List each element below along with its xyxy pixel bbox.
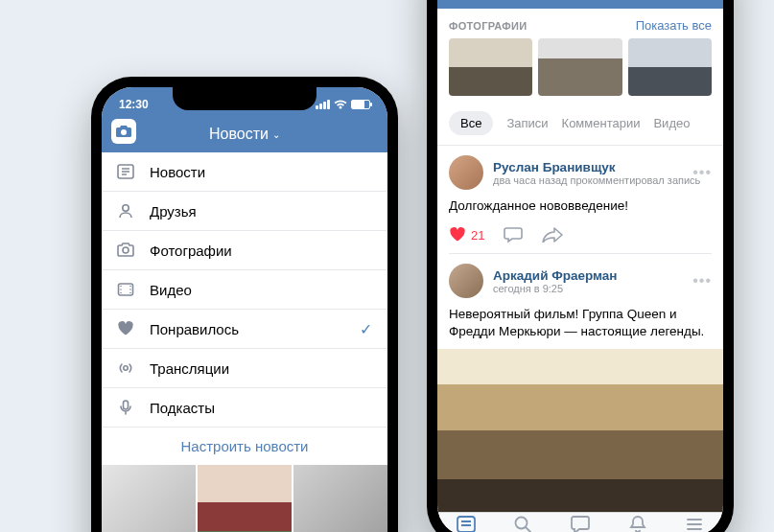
- feed-post: Руслан Бранивщук два часа назад прокомме…: [437, 146, 723, 254]
- svg-point-13: [124, 366, 128, 370]
- filter-all[interactable]: Все: [449, 111, 493, 135]
- tab-news[interactable]: [455, 513, 478, 532]
- battery-icon: [351, 100, 370, 109]
- dropdown-menu: Новости Друзья Фотографии Видео Понравил…: [102, 152, 387, 465]
- feed-post: Аркадий Фраерман сегодня в 9:25 ••• Неве…: [437, 254, 723, 511]
- broadcast-icon: [115, 358, 136, 379]
- menu-item-label: Трансляции: [150, 360, 229, 377]
- photo-grid: [102, 465, 387, 532]
- post-more-icon[interactable]: •••: [692, 164, 712, 181]
- svg-point-8: [120, 289, 122, 290]
- video-icon: [115, 279, 136, 300]
- check-icon: ✓: [360, 320, 372, 338]
- filter-bar: Все Записи Комментарии Видео: [437, 105, 723, 146]
- phone-frame-right: . Понравилось ⌄ ФОТОГРАФИИ Показать все …: [427, 0, 734, 532]
- menu-item-news[interactable]: Новости: [102, 152, 387, 192]
- photos-section-header: ФОТОГРАФИИ Показать все: [437, 9, 723, 38]
- tab-messages[interactable]: [569, 513, 592, 532]
- header-title-dropdown[interactable]: Новости ⌄: [209, 126, 280, 143]
- like-button[interactable]: 21: [449, 227, 484, 243]
- photo-cell[interactable]: [198, 465, 292, 532]
- menu-item-podcasts[interactable]: Подкасты: [102, 388, 387, 428]
- phone-frame-left: 12:30 Новости ⌄ Новости: [91, 77, 398, 532]
- post-actions: 21: [449, 222, 712, 254]
- header-title-text: Новости: [209, 126, 269, 143]
- svg-rect-15: [457, 517, 475, 532]
- svg-point-5: [123, 247, 129, 253]
- camera-button[interactable]: [111, 119, 136, 144]
- photos-section-label: ФОТОГРАФИИ: [449, 20, 527, 32]
- svg-point-12: [129, 292, 131, 294]
- post-time: сегодня в 9:25: [493, 283, 618, 294]
- tab-menu[interactable]: [683, 513, 706, 532]
- tab-search[interactable]: [511, 513, 534, 532]
- svg-point-7: [120, 286, 122, 288]
- status-icons: [316, 100, 370, 109]
- camera-icon: [115, 240, 136, 261]
- photo-strip[interactable]: [437, 38, 723, 105]
- comment-icon[interactable]: [504, 226, 523, 243]
- filter-posts[interactable]: Записи: [506, 116, 548, 130]
- camera-icon: [116, 125, 131, 138]
- svg-point-4: [123, 205, 129, 211]
- nav-header: . Понравилось ⌄: [437, 0, 723, 9]
- heart-icon: [115, 318, 136, 339]
- heart-icon: [449, 227, 466, 243]
- menu-item-broadcasts[interactable]: Трансляции: [102, 349, 387, 388]
- photo-cell[interactable]: [102, 465, 196, 532]
- newsfeed-icon: [115, 161, 136, 182]
- wifi-icon: [334, 100, 347, 109]
- avatar[interactable]: [449, 264, 483, 298]
- photo-thumb[interactable]: [449, 38, 532, 96]
- svg-line-19: [526, 527, 530, 532]
- menu-item-label: Понравилось: [150, 321, 239, 337]
- like-count: 21: [471, 228, 484, 243]
- menu-item-friends[interactable]: Друзья: [102, 192, 387, 231]
- podcast-icon: [115, 397, 136, 418]
- notch: [173, 87, 317, 110]
- svg-point-11: [129, 289, 131, 290]
- post-author[interactable]: Руслан Бранивщук: [493, 160, 700, 174]
- photo-thumb[interactable]: [628, 38, 712, 96]
- menu-item-label: Видео: [150, 282, 192, 298]
- menu-item-label: Подкасты: [150, 400, 215, 416]
- svg-point-10: [129, 286, 131, 288]
- menu-item-label: Новости: [150, 164, 205, 180]
- post-media[interactable]: [437, 349, 723, 512]
- chevron-down-icon: ⌄: [272, 129, 280, 140]
- post-time: два часа назад прокомментировал запись: [493, 174, 700, 186]
- show-all-link[interactable]: Показать все: [636, 18, 712, 33]
- post-author[interactable]: Аркадий Фраерман: [493, 268, 618, 283]
- menu-item-liked[interactable]: Понравилось ✓: [102, 310, 387, 349]
- menu-settings-link[interactable]: Настроить новости: [102, 428, 387, 465]
- svg-rect-14: [124, 401, 129, 409]
- menu-item-photos[interactable]: Фотографии: [102, 231, 387, 270]
- menu-item-label: Друзья: [150, 203, 197, 220]
- avatar[interactable]: [449, 155, 483, 190]
- share-icon[interactable]: [542, 227, 563, 243]
- screen-right: . Понравилось ⌄ ФОТОГРАФИИ Показать все …: [437, 0, 723, 532]
- menu-item-video[interactable]: Видео: [102, 270, 387, 310]
- post-text: Невероятный фильм! Группа Queen и Фредди…: [449, 298, 712, 348]
- menu-item-label: Фотографии: [150, 243, 232, 259]
- photo-cell[interactable]: [293, 465, 387, 532]
- menu-settings-label: Настроить новости: [181, 438, 309, 454]
- svg-point-9: [120, 292, 122, 294]
- filter-comments[interactable]: Комментарии: [562, 116, 641, 130]
- post-more-icon[interactable]: •••: [692, 272, 712, 289]
- tab-bar: [437, 512, 723, 532]
- filter-video[interactable]: Видео: [653, 116, 690, 130]
- signal-icon: [316, 100, 330, 109]
- photo-thumb[interactable]: [538, 38, 622, 96]
- status-time: 12:30: [119, 98, 149, 111]
- post-text: Долгожданное нововведение!: [449, 190, 712, 222]
- tab-notifications[interactable]: [626, 513, 649, 532]
- friends-icon: [115, 200, 136, 221]
- screen-left: 12:30 Новости ⌄ Новости: [102, 87, 387, 532]
